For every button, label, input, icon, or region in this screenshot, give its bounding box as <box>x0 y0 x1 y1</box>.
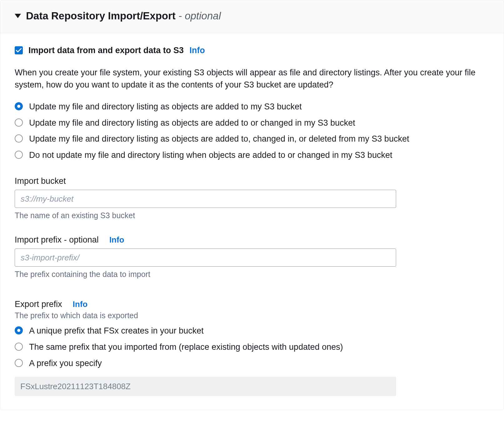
export-prefix-label: Export prefix <box>15 299 62 309</box>
import-bucket-field: Import bucket The name of an existing S3… <box>15 176 489 220</box>
export-prefix-radio-group: A unique prefix that FSx creates in your… <box>15 325 489 369</box>
export-prefix-help: The prefix to which data is exported <box>15 311 489 320</box>
radio-export-unique[interactable] <box>15 326 23 334</box>
panel-body: Import data from and export data to S3 I… <box>0 33 504 410</box>
update-description: When you create your file system, your e… <box>15 67 489 91</box>
radio-update-added[interactable] <box>15 102 23 110</box>
radio-update-added-changed-deleted[interactable] <box>15 134 23 143</box>
panel-header: Data Repository Import/Export - optional <box>0 0 504 33</box>
export-prefix-info-link[interactable]: Info <box>73 299 88 309</box>
update-option-added-changed-deleted: Update my file and directory listing as … <box>15 133 489 145</box>
update-policy-radio-group: Update my file and directory listing as … <box>15 101 489 161</box>
radio-update-added-changed[interactable] <box>15 118 23 127</box>
export-prefix-field: Export prefix Info The prefix to which d… <box>15 299 489 396</box>
radio-label: The same prefix that you imported from (… <box>29 341 343 353</box>
import-prefix-input[interactable] <box>15 249 396 267</box>
radio-label: Update my file and directory listing as … <box>29 117 355 129</box>
check-icon <box>16 48 22 53</box>
panel-title-main: Data Repository Import/Export <box>26 10 179 22</box>
radio-label: Update my file and directory listing as … <box>29 133 409 145</box>
export-prefix-input <box>15 377 396 396</box>
import-prefix-label-row: Import prefix - optional Info <box>15 235 489 245</box>
export-prefix-label-row: Export prefix Info <box>15 299 489 309</box>
radio-label: Update my file and directory listing as … <box>29 101 302 113</box>
radio-export-same[interactable] <box>15 343 23 351</box>
update-option-added: Update my file and directory listing as … <box>15 101 489 113</box>
update-option-none: Do not update my file and directory list… <box>15 149 489 161</box>
import-bucket-input[interactable] <box>15 190 396 208</box>
radio-label: A unique prefix that FSx creates in your… <box>29 325 204 337</box>
import-prefix-label: Import prefix - optional <box>15 235 99 245</box>
import-prefix-info-link[interactable]: Info <box>109 235 124 245</box>
data-repo-panel: Data Repository Import/Export - optional… <box>0 0 504 410</box>
import-export-info-link[interactable]: Info <box>189 46 205 55</box>
import-prefix-field: Import prefix - optional Info The prefix… <box>15 235 489 279</box>
checkbox-label-text: Import data from and export data to S3 <box>28 46 184 55</box>
panel-title-optional: - optional <box>179 10 221 22</box>
export-option-custom: A prefix you specify <box>15 358 489 369</box>
radio-update-none[interactable] <box>15 151 23 159</box>
import-prefix-help: The prefix containing the data to import <box>15 270 489 279</box>
radio-label: Do not update my file and directory list… <box>29 149 392 161</box>
radio-label: A prefix you specify <box>29 358 102 369</box>
export-option-same: The same prefix that you imported from (… <box>15 341 489 353</box>
import-bucket-help: The name of an existing S3 bucket <box>15 211 489 220</box>
collapse-toggle-icon[interactable] <box>15 14 21 18</box>
import-export-checkbox[interactable] <box>15 46 23 54</box>
import-bucket-label: Import bucket <box>15 176 489 186</box>
panel-title: Data Repository Import/Export - optional <box>26 10 221 22</box>
update-option-added-changed: Update my file and directory listing as … <box>15 117 489 129</box>
radio-export-custom[interactable] <box>15 359 23 367</box>
import-export-checkbox-row: Import data from and export data to S3 I… <box>15 46 489 55</box>
import-export-checkbox-label: Import data from and export data to S3 I… <box>28 46 205 55</box>
export-option-unique: A unique prefix that FSx creates in your… <box>15 325 489 337</box>
